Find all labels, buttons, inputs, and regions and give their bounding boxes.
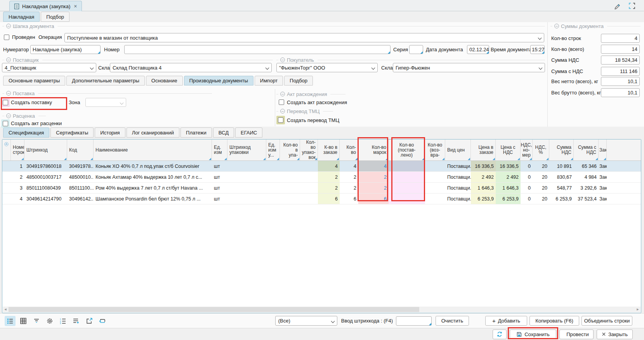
save-button[interactable]: Сохранить <box>510 330 556 339</box>
horizontal-scrollbar[interactable]: ◄ ► <box>3 307 641 312</box>
tab-additional-params[interactable]: Дополнительные параметры <box>66 76 145 85</box>
column-header-price-order[interactable]: Цена в заказе <box>471 139 496 160</box>
column-header-delivered[interactable]: Кол-во (постав- лено) <box>389 139 425 160</box>
gross-weight-field[interactable]: 10,1 <box>601 88 640 97</box>
column-header-order[interactable]: Зак <box>599 139 607 160</box>
column-header-name[interactable]: Наименование <box>94 139 212 160</box>
collapse-icon[interactable] <box>280 92 285 96</box>
clear-button[interactable]: Очистить <box>436 316 469 326</box>
tab-import[interactable]: Импорт <box>255 76 283 85</box>
collapse-icon[interactable] <box>6 58 11 62</box>
cell-qty-in-pack <box>280 194 300 204</box>
column-header-sort[interactable] <box>2 139 11 160</box>
buyer-select[interactable]: "ФьюженТорг" ООО <box>276 63 378 72</box>
tab-derived-docs[interactable]: Производные документы <box>184 76 253 85</box>
tab-vsd[interactable]: ВСД <box>213 127 234 138</box>
collapse-icon[interactable] <box>6 113 11 118</box>
column-header-pack-unit[interactable]: Ед. изм у... <box>266 139 280 160</box>
column-header-returned[interactable]: Кол-во (воз- вра- <box>425 139 445 160</box>
add-list-icon[interactable] <box>71 316 82 326</box>
supplier-warehouse-select[interactable]: Склад Поставщика 4 <box>110 63 272 72</box>
collapse-icon[interactable] <box>6 24 11 28</box>
column-header-price-type[interactable]: Вид цен <box>445 139 471 160</box>
tab-invoice[interactable]: Накладная <box>3 12 40 22</box>
doc-date-input[interactable]: 02.12.24 <box>467 45 489 54</box>
close-button[interactable]: Закрыть <box>597 330 633 339</box>
column-header-qty-ordered[interactable]: К-во в заказе <box>318 139 340 160</box>
fullscreen-icon[interactable] <box>627 2 637 10</box>
column-header-barcode[interactable]: Штрихкод <box>24 139 67 160</box>
collapse-icon[interactable] <box>280 109 285 113</box>
numerator-input[interactable]: Накладные (закупка) <box>30 45 101 54</box>
view-list-icon[interactable] <box>5 316 16 326</box>
scroll-right-arrow[interactable]: ► <box>635 307 640 312</box>
cell-packs <box>300 172 318 182</box>
collapse-icon[interactable] <box>554 24 559 28</box>
merge-rows-button[interactable]: Объединить строки <box>582 316 632 326</box>
repeat-icon[interactable] <box>97 316 108 326</box>
copy-button[interactable]: Копировать (F6) <box>529 316 579 326</box>
collapse-icon[interactable] <box>6 91 11 96</box>
series-input[interactable] <box>409 45 423 54</box>
column-header-vat-sum[interactable]: Сумма НДС <box>549 139 574 160</box>
add-button[interactable]: +Добавить <box>485 316 527 326</box>
supplier-select[interactable]: 4_Поставщик <box>2 63 96 72</box>
tab-close-icon[interactable]: × <box>74 3 77 9</box>
column-header-qty[interactable]: Кол-во <box>340 139 358 160</box>
table-row[interactable]: 4 3049614214790 30496142... Шампанское P… <box>2 194 641 204</box>
column-header-marks[interactable]: Кол-во марок <box>358 139 389 160</box>
zone-select[interactable] <box>85 98 126 107</box>
operation-select[interactable]: Поступление в магазин от поставщика <box>64 33 544 42</box>
tab-scan-log[interactable]: Лог сканирований <box>127 127 179 138</box>
column-header-packs[interactable]: Кол-во упако- вок <box>300 139 318 160</box>
grid-view-icon[interactable] <box>18 316 29 326</box>
barcode-input[interactable] <box>396 316 432 326</box>
doc-time-input[interactable]: 15:27 <box>530 45 545 54</box>
tab-podbor-params[interactable]: Подбор <box>284 76 313 85</box>
posted-checkbox[interactable] <box>4 35 9 40</box>
table-row[interactable]: 3 8501110080439 85011100... Ром 40% выде… <box>2 183 641 194</box>
column-header-pack-barcode[interactable]: Штрихкод упаковки <box>227 139 266 160</box>
tab-specification[interactable]: Спецификация <box>3 127 49 138</box>
collapse-icon[interactable] <box>280 58 285 62</box>
column-header-num[interactable]: Номер строки <box>11 139 24 160</box>
tab-main-params[interactable]: Основные параметры <box>3 76 65 85</box>
tab-history[interactable]: История <box>95 127 125 138</box>
column-header-sum-vat[interactable]: Сумма с НДС <box>574 139 599 160</box>
column-header-qty-in-pack[interactable]: Кол-во в упа- <box>280 139 300 160</box>
column-header-code[interactable]: Код <box>67 139 94 160</box>
post-button[interactable]: Провести <box>559 330 594 339</box>
column-header-price-vat[interactable]: Цена с НДС <box>496 139 521 160</box>
tab-basis[interactable]: Основание <box>146 76 183 85</box>
settings-gear-icon[interactable] <box>44 316 55 326</box>
create-supply-checkbox[interactable] <box>3 100 8 105</box>
table-row[interactable]: 1 3049197860018 30491978... Коньяк XO 40… <box>2 161 641 172</box>
create-discrepancy-act-checkbox[interactable] <box>279 99 284 105</box>
column-header-vat-num[interactable]: НДС, но- мер <box>521 139 533 160</box>
column-header-vat-pct[interactable]: НДС, % <box>533 139 549 160</box>
refresh-button[interactable] <box>493 330 507 339</box>
sum-vat-field[interactable]: 18 524,34 <box>601 56 640 65</box>
table-row[interactable]: 2 4850001003717 48500010... Коньяк Ахтам… <box>2 172 641 183</box>
number-input[interactable] <box>124 45 391 54</box>
tab-podbor[interactable]: Подбор <box>41 12 69 22</box>
tab-egais[interactable]: ЕГАИС <box>235 127 262 138</box>
open-external-icon[interactable] <box>84 316 95 326</box>
scrollbar-thumb[interactable] <box>9 307 419 312</box>
document-tab[interactable]: Накладная (закупка) × <box>9 1 82 11</box>
sum-total-qty-field[interactable]: 14 <box>601 45 640 54</box>
tab-certificates[interactable]: Сертификаты <box>50 127 94 138</box>
numbered-list-icon[interactable]: 123 <box>57 316 68 326</box>
create-pricing-act-checkbox[interactable] <box>3 121 8 126</box>
buyer-warehouse-select[interactable]: Гипер-Фьюжен <box>393 63 545 72</box>
filter-select[interactable]: (Все) <box>275 316 337 326</box>
edit-icon[interactable] <box>613 2 622 10</box>
net-weight-field[interactable]: 10,1 <box>601 77 640 86</box>
create-transfer-checkbox[interactable] <box>278 117 283 123</box>
tab-payments[interactable]: Платежи <box>181 127 212 138</box>
column-header-unit[interactable]: Ед. изм <box>212 139 227 160</box>
sum-rows-count-field[interactable]: 4 <box>601 34 640 43</box>
filter-icon[interactable] <box>31 316 42 326</box>
scroll-left-arrow[interactable]: ◄ <box>3 307 8 312</box>
sum-with-vat-field[interactable]: 111 146 <box>601 67 640 76</box>
